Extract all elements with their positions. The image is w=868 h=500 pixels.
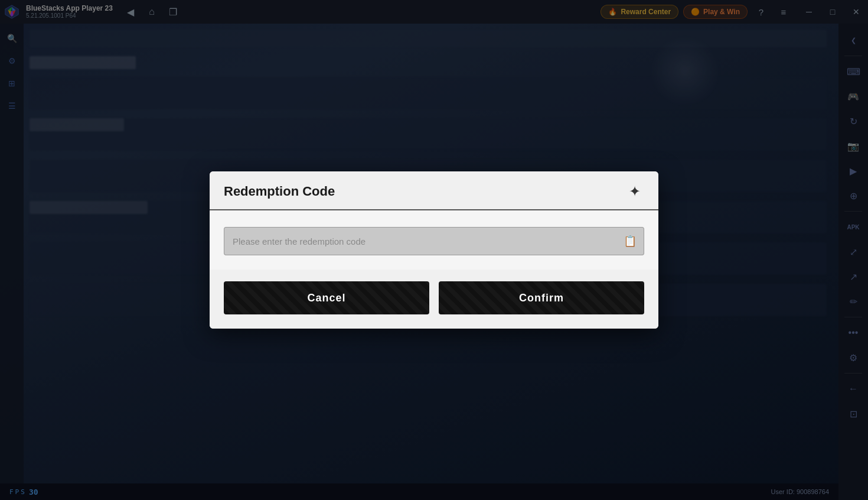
confirm-button[interactable]: Confirm	[439, 281, 644, 314]
redemption-dialog: Redemption Code ✦ 📋 Cancel Confirm	[210, 171, 658, 329]
dialog-title: Redemption Code	[224, 184, 335, 199]
confirm-label: Confirm	[519, 292, 564, 304]
paste-button[interactable]: 📋	[616, 227, 644, 255]
paste-icon: 📋	[624, 235, 637, 248]
modal-overlay: Redemption Code ✦ 📋 Cancel Confirm	[0, 0, 868, 500]
cancel-label: Cancel	[307, 292, 345, 304]
cancel-button[interactable]: Cancel	[224, 281, 429, 314]
dialog-body: 📋	[210, 210, 658, 270]
dialog-close-button[interactable]: ✦	[625, 182, 644, 201]
dialog-header: Redemption Code ✦	[210, 171, 658, 210]
dialog-footer: Cancel Confirm	[210, 270, 658, 329]
redemption-code-input[interactable]	[224, 227, 616, 255]
input-row: 📋	[224, 227, 644, 255]
close-star-icon: ✦	[629, 184, 641, 199]
